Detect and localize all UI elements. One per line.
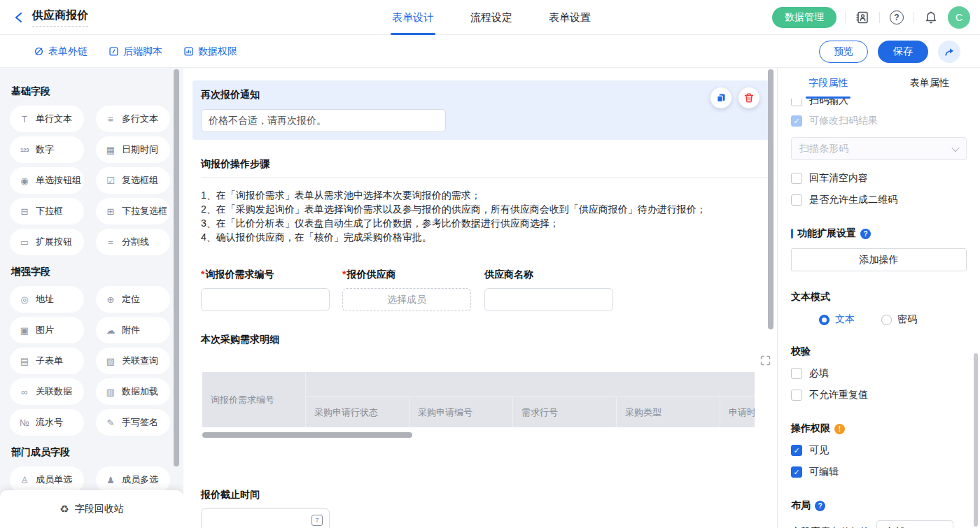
member-picker[interactable]: 选择成员 [342,288,471,311]
tab-form-design[interactable]: 表单设计 [392,0,434,35]
detail-section-title[interactable]: 本次采购需求明细 [201,334,772,346]
checkbox-box-icon [791,194,802,206]
sidebar-item-extend-button[interactable]: ▭扩展按钮 [10,229,84,255]
field-inquiry-demand-no[interactable]: *询报价需求编号 [201,267,330,311]
table-horizontal-scrollbar[interactable] [202,432,412,438]
checkbox-editable[interactable]: ✓ 可编辑 [791,466,967,478]
sidebar-item-multi-line-text[interactable]: ≡多行文本 [96,106,170,132]
save-button[interactable]: 保存 [878,41,928,63]
divider [913,12,914,23]
steps-section-title[interactable]: 询报价操作步骤 [201,158,772,171]
sidebar-item-serial-number[interactable]: №流水号 [10,409,84,436]
sidebar-item-label: 关联数据 [36,385,72,398]
sidebar-item-multi-dropdown[interactable]: ⊞下拉复选框 [96,198,170,224]
help-icon[interactable]: ? [888,9,905,26]
add-operation-button[interactable]: 添加操作 [791,248,967,271]
contact-book-icon[interactable] [854,9,871,26]
section-title: 功能扩展设置 [797,227,856,240]
sidebar-item-datetime[interactable]: ▦日期时间 [96,136,170,163]
checkbox-label: 可见 [809,444,829,457]
checkbox-label: 扫码输入 [809,99,848,107]
copy-field-button[interactable] [710,87,732,108]
radio-text-mode-text[interactable]: 文本 [819,313,855,326]
checkbox-visible[interactable]: ✓ 可见 [791,444,967,457]
button-icon: ▭ [19,237,30,248]
page-title: 供应商报价 [32,8,88,27]
data-permission-label: 数据权限 [198,45,237,58]
sidebar-item-address[interactable]: ◎地址 [10,286,84,313]
sidebar-item-label: 定位 [122,293,140,306]
user-avatar[interactable]: C [948,6,970,29]
sidebar-item-subform[interactable]: ▤子表单 [10,348,84,374]
steps-text[interactable]: 1、在「询报价需求」表单从需求池中选择本次要询报价的需求； 2、在「采购发起询价… [201,188,772,244]
checkbox-label: 回车清空内容 [809,172,868,185]
share-button[interactable] [938,41,960,63]
sidebar-item-member-multi[interactable]: ♟成员多选 [96,466,170,493]
scan-mode-select: 扫描条形码 [791,137,967,160]
section-accent-bar [791,229,793,238]
inquiry-demand-no-input[interactable] [201,288,330,311]
help-badge-icon[interactable]: ? [860,229,871,239]
panel-scrollbar[interactable] [974,353,978,527]
sidebar-item-radio-group[interactable]: ◉单选按钮组 [10,167,84,194]
tab-field-properties[interactable]: 字段属性 [778,68,879,99]
field-supplier-name[interactable]: 供应商名称 [484,267,613,311]
sidebar-item-number[interactable]: 123数字 [10,136,84,163]
divider [879,12,880,23]
checkbox-required[interactable]: 必填 [791,367,967,380]
sidebar-item-label: 多行文本 [122,113,158,125]
tab-flow-setting[interactable]: 流程设定 [470,0,512,35]
data-manage-button[interactable]: 数据管理 [772,7,836,28]
notification-bell-icon[interactable] [923,9,939,26]
checkbox-no-duplicate[interactable]: 不允许重复值 [791,389,967,401]
checkbox-box-icon [791,390,802,401]
warning-badge-icon[interactable]: ! [834,424,845,434]
notice-input[interactable] [201,109,446,132]
sidebar-item-relation-data[interactable]: ∞关联数据 [10,378,84,405]
field-notice-selected[interactable]: 再次报价通知 [192,80,772,140]
canvas-scrollbar[interactable] [768,69,774,329]
table-header-fixed-column: 询报价需求编号 [202,372,306,427]
sidebar-item-relation-query[interactable]: ▧关联查询 [96,348,170,374]
tab-form-setting[interactable]: 表单设置 [549,0,591,35]
tab-form-properties[interactable]: 表单属性 [879,68,980,99]
sidebar-item-attachment[interactable]: ☁附件 [96,317,170,343]
table-header-cell: 采购申请编号 [410,397,513,427]
sidebar-item-data-load[interactable]: ▥数据加载 [96,378,170,405]
help-badge-icon[interactable]: ? [815,501,825,511]
supplier-name-input[interactable] [484,288,613,311]
step-line: 3、在「比价分析表」仪表盘自动生成了比价数据，参考比价数据进行供应商选择； [201,216,772,230]
field-quote-supplier[interactable]: *报价供应商 选择成员 [342,267,471,311]
data-permission-button[interactable]: 数据权限 [183,45,237,58]
deadline-date-input[interactable]: 7 [201,508,330,528]
table-header-cell: 需求行号 [513,397,617,427]
sidebar-scrollbar[interactable] [174,69,179,466]
sidebar-item-single-line-text[interactable]: T单行文本 [10,106,84,132]
preview-button[interactable]: 预览 [819,41,868,63]
radio-text-mode-password[interactable]: 密码 [881,313,917,326]
sidebar-item-member-single[interactable]: ♙成员单选 [10,466,84,493]
sidebar-item-checkbox-group[interactable]: ☑复选框组 [96,167,170,194]
sidebar-item-location[interactable]: ⊕定位 [96,286,170,313]
backend-script-button[interactable]: 后端脚本 [108,45,162,58]
form-external-link-button[interactable]: 表单外链 [34,45,88,58]
sidebar-item-signature[interactable]: ✎手写签名 [96,409,170,436]
field-label: 询报价需求编号 [205,269,274,280]
checkbox-clear-on-enter[interactable]: 回车清空内容 [791,172,967,185]
sidebar-item-label: 关联查询 [122,355,158,367]
sidebar-item-divider-line[interactable]: =分割线 [96,229,170,255]
back-button[interactable] [13,11,25,24]
checkbox-scan-input[interactable]: 扫码输入 [791,99,967,107]
field-width-select[interactable]: 全部 [876,520,953,528]
delete-field-button[interactable] [738,87,760,108]
field-recycle-bin[interactable]: ♻ 字段回收站 [0,490,183,528]
checkbox-box-icon [791,368,802,379]
field-quote-deadline[interactable]: 报价截止时间 7 [201,487,772,528]
sidebar-item-dropdown[interactable]: ⊟下拉框 [10,198,84,224]
checkbox-allow-qrcode[interactable]: 是否允许生成二维码 [791,194,967,206]
detail-table[interactable]: 询报价需求编号 采购申请行状态 采购申请编号 需求行号 采购类型 申请时间 [202,372,755,427]
expand-table-icon[interactable] [760,355,771,366]
sidebar-item-image[interactable]: ▣图片 [10,317,84,343]
sidebar-item-label: 成员单选 [36,473,72,486]
section-title-member-fields: 部门成员字段 [11,446,175,459]
